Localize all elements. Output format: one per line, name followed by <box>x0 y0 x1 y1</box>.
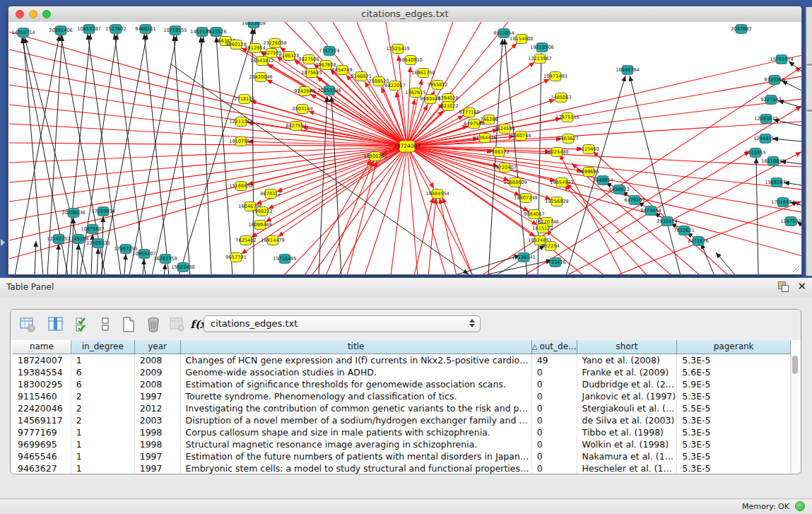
graph-edge[interactable] <box>428 198 436 274</box>
table-cell[interactable]: 0 <box>532 450 577 462</box>
graph-edge[interactable] <box>407 22 508 146</box>
table-row[interactable]: 977716911998Corpus callosum shape and si… <box>13 426 791 438</box>
table-cell[interactable]: 49 <box>532 354 577 366</box>
table-cell[interactable]: Genome-wide association studies in ADHD. <box>181 366 532 378</box>
row-height-icon[interactable] <box>96 315 114 334</box>
table-cell[interactable]: 1997 <box>135 390 181 402</box>
graph-edge[interactable] <box>101 34 147 274</box>
table-cell[interactable]: Embryonic stem cells: a model to study s… <box>181 462 532 474</box>
table-cell[interactable]: Corpus callosum shape and size in male p… <box>181 426 532 438</box>
graph-edge[interactable] <box>442 197 473 274</box>
graph-edge[interactable] <box>407 146 446 274</box>
table-cell[interactable]: 0 <box>532 390 577 402</box>
table-cell[interactable]: 2 <box>71 402 135 414</box>
graph-edge[interactable] <box>57 244 59 274</box>
table-cell[interactable]: 9699695 <box>13 438 71 450</box>
table-cell[interactable]: 18300295 <box>13 378 71 390</box>
close-panel-icon[interactable]: ✕ <box>797 281 806 292</box>
column-header-short[interactable]: short <box>577 340 678 354</box>
graph-edge[interactable] <box>283 146 407 274</box>
table-cell[interactable]: de Silva et al. (2003) <box>577 414 678 426</box>
graph-edge[interactable] <box>716 252 736 274</box>
column-header-name[interactable]: name <box>13 340 71 354</box>
table-cell[interactable]: Hescheler et al. (1997) <box>577 462 678 474</box>
table-row[interactable]: 969969511998Structural magnetic resonanc… <box>13 438 791 450</box>
table-row[interactable]: 1830029562008Estimation of significance … <box>13 378 791 390</box>
memory-status-icon[interactable] <box>795 501 805 511</box>
graph-edge[interactable] <box>144 34 169 274</box>
graph-edge[interactable] <box>278 146 407 237</box>
table-cell[interactable]: 22420046 <box>13 402 71 414</box>
graph-edge[interactable] <box>77 244 78 274</box>
graph-edge[interactable] <box>546 230 605 274</box>
table-cell[interactable]: 14569117 <box>13 414 71 426</box>
table-cell[interactable]: 6 <box>71 378 135 390</box>
table-cell[interactable]: 1 <box>71 438 135 450</box>
table-cell[interactable]: Structural magnetic resonance image aver… <box>181 438 532 450</box>
table-cell[interactable]: Dudbridge et al. (2008) <box>577 378 678 390</box>
table-selector[interactable]: citations_edges.txt <box>204 315 481 332</box>
graph-edge[interactable] <box>407 146 801 167</box>
graph-edge[interactable] <box>414 197 433 274</box>
column-header-out_de[interactable]: △out_de... <box>532 340 577 354</box>
table-cell[interactable]: 2008 <box>135 378 181 390</box>
graph-edge[interactable] <box>71 218 73 274</box>
table-cell[interactable]: 9115460 <box>13 390 71 402</box>
table-cell[interactable]: 18724007 <box>13 354 71 366</box>
table-cell[interactable]: 5.5E-5 <box>677 402 791 414</box>
table-cell[interactable]: 5.3E-5 <box>677 390 791 402</box>
table-cell[interactable]: 1997 <box>135 462 181 474</box>
graph-edge[interactable] <box>9 49 407 146</box>
graph-edge[interactable] <box>566 76 625 274</box>
panel-collapse-arrow-icon[interactable] <box>1 239 5 246</box>
table-cell[interactable]: 0 <box>532 414 577 426</box>
graph-edge[interactable] <box>326 160 374 274</box>
table-cell[interactable]: Jankovic et al. (1997) <box>577 390 678 402</box>
table-cell[interactable]: Franke et al. (2009) <box>577 366 678 378</box>
table-cell[interactable]: 2008 <box>135 354 181 366</box>
table-cell[interactable]: 0 <box>532 438 577 450</box>
graph-edge[interactable] <box>407 146 418 274</box>
table-row[interactable]: 2242004622012Investigating the contribut… <box>13 402 791 414</box>
table-cell[interactable]: 5.3E-5 <box>677 414 791 426</box>
network-window-titlebar[interactable]: citations_edges.txt <box>8 6 801 23</box>
graph-edge[interactable] <box>201 37 211 274</box>
window-resize-grip[interactable] <box>792 264 800 273</box>
graph-edge[interactable] <box>407 55 801 146</box>
table-cell[interactable]: 5.3E-5 <box>677 462 791 474</box>
table-cell[interactable]: Estimation of significance thresholds fo… <box>181 378 532 390</box>
import-table-icon[interactable] <box>168 315 187 334</box>
table-cell[interactable]: 9463627 <box>13 462 71 474</box>
table-cell[interactable]: 0 <box>532 462 577 474</box>
table-cell[interactable]: Stergiakouli et al. (2012) <box>577 402 678 414</box>
table-cell[interactable]: 1 <box>71 450 135 462</box>
table-vertical-scrollbar[interactable] <box>791 354 799 472</box>
table-cell[interactable]: 2 <box>71 390 135 402</box>
column-header-pagerank[interactable]: pagerank <box>677 340 791 354</box>
graph-edge[interactable] <box>164 264 165 274</box>
table-row[interactable]: 946554611997Estimation of the future num… <box>13 450 791 462</box>
graph-edge[interactable] <box>35 241 36 274</box>
table-cell[interactable]: 5.3E-5 <box>677 450 791 462</box>
table-cell[interactable]: 0 <box>532 378 577 390</box>
graph-edge[interactable] <box>152 37 204 274</box>
table-cell[interactable]: Wolkin et al. (1998) <box>577 438 678 450</box>
table-row[interactable]: 1456911722003Disruption of a novel membe… <box>13 414 791 426</box>
table-row[interactable]: 946362711997Embryonic stem cells: a mode… <box>13 462 791 474</box>
table-cell[interactable]: 9777169 <box>13 426 71 438</box>
new-column-icon[interactable] <box>119 315 138 334</box>
table-cell[interactable]: Changes of HCN gene expression and I(f) … <box>181 354 532 366</box>
table-cell[interactable]: Disruption of a novel member of a sodium… <box>181 414 532 426</box>
network-window[interactable]: citations_edges.txt 14055714208914061065… <box>8 6 802 275</box>
table-cell[interactable]: 1998 <box>135 438 181 450</box>
table-cell[interactable]: 5.6E-5 <box>677 366 791 378</box>
table-cell[interactable]: 9465546 <box>13 450 71 462</box>
table-cell[interactable]: 1997 <box>135 450 181 462</box>
table-row[interactable]: 911546021997Tourette syndrome. Phenomeno… <box>13 390 791 402</box>
table-cell[interactable]: 1 <box>71 426 135 438</box>
float-panel-icon[interactable] <box>778 281 789 292</box>
graph-edge[interactable] <box>129 35 177 274</box>
table-mode-icon[interactable] <box>18 315 37 334</box>
graph-edge[interactable] <box>453 255 520 274</box>
table-cell[interactable]: 5.3E-5 <box>677 438 791 450</box>
